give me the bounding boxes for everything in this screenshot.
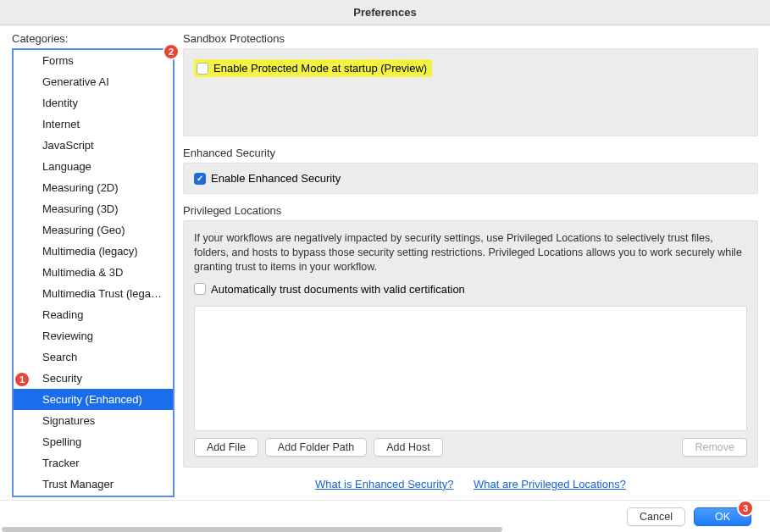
category-item[interactable]: Security (Enhanced) — [14, 389, 173, 410]
annotation-badge-1: 1 — [14, 371, 30, 388]
category-item[interactable]: Generative AI — [14, 71, 173, 92]
add-folder-path-button[interactable]: Add Folder Path — [265, 438, 367, 457]
window-title: Preferences — [0, 0, 770, 25]
category-item[interactable]: Search — [14, 346, 173, 368]
remove-button[interactable]: Remove — [682, 438, 747, 457]
enhanced-title: Enhanced Security — [183, 147, 758, 159]
categories-listbox[interactable]: FormsGenerative AIIdentityInternetJavaSc… — [12, 48, 174, 497]
enhanced-security-label: Enable Enhanced Security — [211, 172, 341, 185]
what-is-enhanced-link[interactable]: What is Enhanced Security? — [315, 478, 453, 490]
categories-pane: Categories: FormsGenerative AIIdentityIn… — [0, 25, 174, 500]
add-file-button[interactable]: Add File — [194, 438, 258, 457]
auto-trust-checkbox[interactable] — [194, 283, 206, 295]
category-item[interactable]: Security — [14, 368, 173, 389]
category-item[interactable]: Measuring (3D) — [14, 198, 173, 219]
categories-label: Categories: — [12, 32, 174, 45]
auto-trust-label: Automatically trust documents with valid… — [211, 283, 465, 296]
annotation-badge-2: 2 — [163, 43, 180, 60]
category-item[interactable]: Units & Guides — [14, 495, 173, 496]
category-item[interactable]: Signatures — [14, 410, 173, 431]
dialog-footer: Cancel OK — [0, 500, 770, 532]
category-item[interactable]: Tracker — [14, 452, 173, 474]
category-item[interactable]: Measuring (2D) — [14, 177, 173, 198]
category-item[interactable]: JavaScript — [14, 135, 173, 156]
protected-mode-checkbox[interactable] — [197, 63, 208, 75]
category-item[interactable]: Identity — [14, 92, 173, 114]
protected-mode-label: Enable Protected Mode at startup (Previe… — [213, 62, 427, 75]
category-item[interactable]: Trust Manager — [14, 474, 173, 495]
enhanced-section: Enable Enhanced Security — [183, 163, 758, 194]
annotation-badge-3: 3 — [737, 500, 754, 517]
sandbox-section: Enable Protected Mode at startup (Previe… — [183, 48, 758, 136]
category-item[interactable]: Reading — [14, 304, 173, 325]
category-item[interactable]: Multimedia (legacy) — [14, 241, 173, 262]
trusted-locations-list[interactable] — [194, 306, 747, 431]
cancel-button[interactable]: Cancel — [627, 507, 685, 526]
settings-pane: Sandbox Protections Enable Protected Mod… — [174, 25, 770, 500]
category-item[interactable]: Multimedia Trust (legacy) — [14, 283, 173, 304]
category-item[interactable]: Measuring (Geo) — [14, 219, 173, 241]
sandbox-title: Sandbox Protections — [183, 32, 758, 45]
privileged-description: If your workflows are negatively impacte… — [194, 231, 747, 274]
category-item[interactable]: Reviewing — [14, 325, 173, 346]
category-item[interactable]: Spelling — [14, 431, 173, 452]
what-are-privileged-link[interactable]: What are Privileged Locations? — [474, 478, 626, 490]
category-item[interactable]: Multimedia & 3D — [14, 262, 173, 283]
protected-mode-row: Enable Protected Mode at startup (Previe… — [194, 59, 432, 77]
category-item[interactable]: Forms — [14, 50, 173, 71]
enhanced-security-checkbox[interactable] — [194, 173, 206, 185]
privileged-title: Privileged Locations — [183, 204, 758, 217]
add-host-button[interactable]: Add Host — [374, 438, 442, 457]
privileged-section: If your workflows are negatively impacte… — [183, 220, 758, 468]
category-item[interactable]: Internet — [14, 114, 173, 135]
category-item[interactable]: Language — [14, 156, 173, 177]
help-links: What is Enhanced Security? What are Priv… — [183, 478, 758, 490]
